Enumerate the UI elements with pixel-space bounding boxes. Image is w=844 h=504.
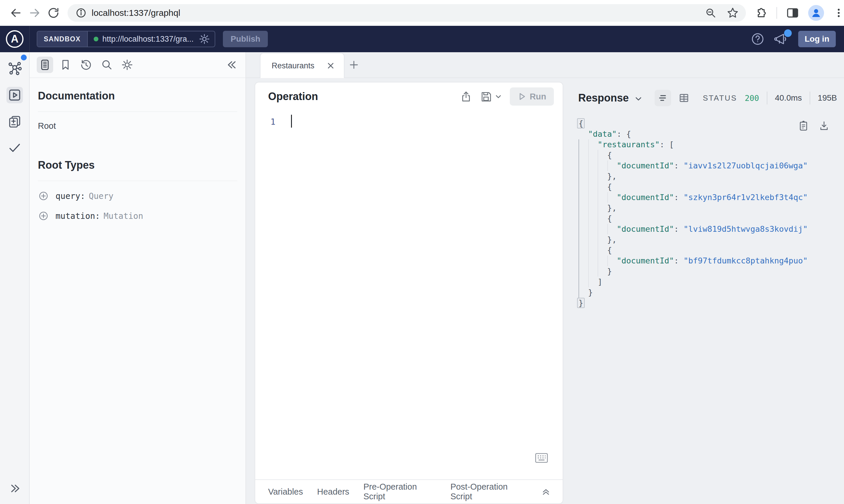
response-json-line: { — [579, 213, 844, 224]
response-json-line: { — [579, 150, 844, 160]
response-duration: 40.0ms — [775, 93, 802, 103]
tab-pre-operation-script[interactable]: Pre-Operation Script — [363, 482, 436, 501]
meta-divider — [810, 92, 810, 105]
save-operation-group[interactable] — [480, 90, 502, 103]
root-types-title: Root Types — [38, 159, 237, 171]
response-json-line: ] — [579, 277, 844, 287]
screen: localhost:1337/graphql — [0, 0, 844, 504]
explorer-icon[interactable] — [6, 87, 23, 103]
field-name[interactable]: mutation: — [55, 211, 100, 221]
docs-root-breadcrumb[interactable]: Root — [38, 121, 237, 131]
operation-tabbar: Restaurants — [246, 52, 844, 78]
meta-divider — [767, 92, 768, 105]
history-icon[interactable] — [78, 57, 94, 73]
reload-icon[interactable] — [44, 3, 63, 22]
tab-variables[interactable]: Variables — [268, 487, 303, 497]
documentation-tab-icon[interactable] — [37, 57, 53, 73]
site-info-icon[interactable] — [74, 6, 87, 19]
help-icon[interactable] — [751, 32, 765, 46]
response-title[interactable]: Response — [578, 92, 629, 104]
add-field-icon[interactable] — [38, 210, 49, 221]
response-json-line: { — [579, 182, 844, 192]
docs-divider — [38, 181, 237, 181]
saved-operations-icon[interactable] — [57, 57, 74, 73]
text-cursor — [291, 115, 292, 128]
collapse-docs-icon[interactable] — [226, 58, 239, 71]
toolbar-divider — [776, 7, 777, 19]
settings-icon[interactable] — [119, 57, 135, 73]
endpoint-url[interactable]: http://localhost:1337/gra... — [103, 35, 194, 44]
connection-status-dot — [94, 37, 98, 41]
sandbox-badge: SANDBOX — [37, 31, 88, 47]
response-json-viewer[interactable]: { "data": { "restaurants": [ { "document… — [563, 114, 844, 504]
rail-notification-dot — [21, 55, 27, 60]
root-type-row-mutation[interactable]: mutation:Mutation — [38, 210, 237, 221]
add-field-icon[interactable] — [38, 191, 49, 201]
endpoint-settings-icon[interactable] — [199, 33, 210, 44]
response-json-line: "documentId": "bf97tfdumkcc8ptahkng4puo" — [579, 255, 844, 266]
response-chevron-icon — [634, 94, 643, 103]
endpoint-chip[interactable]: SANDBOX http://localhost:1337/gra... — [37, 31, 215, 47]
operation-title: Operation — [268, 90, 318, 103]
status-code: 200 — [745, 94, 759, 103]
response-json-lines: { "data": { "restaurants": [ { "document… — [579, 118, 844, 308]
operation-footer-tabs: Variables Headers Pre-Operation Script P… — [255, 479, 563, 503]
back-icon[interactable] — [6, 3, 25, 22]
field-type[interactable]: Mutation — [104, 211, 143, 221]
line-number: 1 — [271, 117, 275, 127]
response-panel: Response — [563, 82, 844, 504]
field-type[interactable]: Query — [89, 191, 113, 201]
tab-restaurants[interactable]: Restaurants — [260, 53, 344, 78]
apollo-logo[interactable]: A — [0, 26, 30, 52]
close-tab-icon[interactable] — [326, 61, 335, 70]
search-icon[interactable] — [98, 57, 115, 73]
profile-avatar[interactable] — [808, 5, 824, 21]
browser-menu-icon[interactable] — [833, 7, 844, 19]
operation-editor[interactable]: 1 — [255, 111, 563, 479]
save-dropdown-chevron-icon[interactable] — [495, 93, 502, 100]
response-json-line: }, — [579, 203, 844, 213]
raw-view-icon[interactable] — [655, 90, 671, 106]
checks-icon[interactable] — [6, 140, 23, 156]
changelog-icon[interactable] — [6, 113, 23, 130]
root-type-row-query[interactable]: query:Query — [38, 191, 237, 201]
address-bar[interactable]: localhost:1337/graphql — [68, 4, 746, 22]
forward-icon[interactable] — [25, 3, 44, 22]
apollo-header: A SANDBOX http://localhost:1337/gra... P… — [0, 26, 844, 52]
response-json-line: "documentId": "lviw819d5htwvga8s3kovdij" — [579, 224, 844, 234]
docs-divider — [38, 111, 237, 112]
save-icon[interactable] — [480, 90, 492, 103]
run-button[interactable]: Run — [510, 87, 554, 106]
zoom-out-icon[interactable] — [705, 7, 717, 19]
response-json-line: "restaurants": [ — [579, 139, 844, 150]
docs-title: Documentation — [38, 90, 237, 102]
response-json-line: } — [579, 287, 844, 298]
response-json-line: "documentId": "iavv1s2l27uoblqcjai06wga" — [579, 160, 844, 171]
documentation-panel: Documentation Root Root Types query:Quer… — [30, 52, 246, 504]
status-label: STATUS — [703, 94, 737, 103]
schema-graph-icon[interactable] — [6, 60, 23, 77]
tab-post-operation-script[interactable]: Post-Operation Script — [450, 482, 527, 501]
response-dropdown[interactable]: Response — [578, 92, 643, 104]
browser-toolbar: localhost:1337/graphql — [0, 0, 844, 26]
field-name[interactable]: query: — [55, 191, 85, 201]
apollo-logo-icon: A — [6, 30, 23, 48]
tab-headers[interactable]: Headers — [317, 487, 349, 497]
tab-label[interactable]: Restaurants — [272, 61, 314, 70]
publish-button[interactable]: Publish — [223, 31, 268, 47]
table-view-icon[interactable] — [676, 90, 692, 106]
login-button[interactable]: Log in — [798, 31, 836, 47]
keyboard-shortcuts-icon[interactable] — [535, 453, 548, 463]
new-tab-icon[interactable] — [344, 52, 363, 77]
expand-rail-icon[interactable] — [8, 482, 22, 495]
announcements-icon[interactable] — [774, 32, 789, 46]
announcements-notification-dot — [784, 29, 792, 37]
bookmark-star-icon[interactable] — [726, 7, 739, 19]
expand-footer-icon[interactable] — [541, 487, 551, 497]
side-panel-icon[interactable] — [786, 6, 799, 20]
extensions-icon[interactable] — [754, 6, 768, 20]
download-response-icon[interactable] — [818, 120, 830, 132]
url-text[interactable]: localhost:1337/graphql — [92, 8, 705, 18]
share-operation-icon[interactable] — [460, 90, 472, 103]
copy-response-icon[interactable] — [797, 120, 809, 132]
